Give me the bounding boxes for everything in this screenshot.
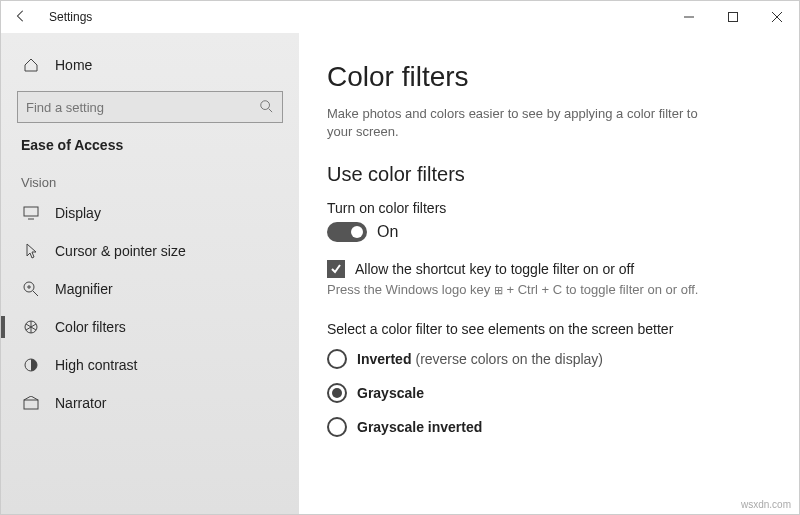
radio-icon	[327, 417, 347, 437]
home-link[interactable]: Home	[1, 49, 299, 81]
toggle-state: On	[377, 223, 398, 241]
close-button[interactable]	[755, 1, 799, 33]
section-heading: Use color filters	[327, 163, 763, 186]
radio-intro: Select a color filter to see elements on…	[327, 321, 763, 337]
settings-window: Settings Home Ease of A	[0, 0, 800, 515]
svg-rect-1	[729, 13, 738, 22]
svg-point-4	[261, 101, 270, 110]
toggle-knob-icon	[351, 226, 363, 238]
checkbox-label: Allow the shortcut key to toggle filter …	[355, 261, 634, 277]
group-heading: Vision	[1, 161, 299, 194]
svg-line-19	[31, 396, 38, 400]
search-icon	[259, 99, 273, 116]
sidebar-item-narrator[interactable]: Narrator	[1, 384, 299, 422]
display-icon	[21, 206, 41, 220]
maximize-button[interactable]	[711, 1, 755, 33]
home-icon	[21, 57, 41, 73]
radio-label-bold: Grayscale	[357, 385, 424, 401]
sidebar-item-label: Display	[55, 205, 101, 221]
content-pane: Color filters Make photos and colors eas…	[299, 33, 799, 514]
radio-inverted[interactable]: Inverted (reverse colors on the display)	[327, 349, 763, 369]
svg-line-5	[269, 109, 273, 113]
cursor-icon	[21, 243, 41, 259]
radio-icon	[327, 383, 347, 403]
sidebar-item-display[interactable]: Display	[1, 194, 299, 232]
magnifier-icon	[21, 281, 41, 297]
shortcut-checkbox[interactable]	[327, 260, 345, 278]
sidebar-item-label: Narrator	[55, 395, 106, 411]
sidebar: Home Ease of Access Vision Display Curso…	[1, 33, 299, 514]
close-icon	[772, 12, 782, 22]
maximize-icon	[728, 12, 738, 22]
narrator-icon	[21, 396, 41, 410]
back-button[interactable]	[1, 9, 41, 26]
minimize-icon	[684, 12, 694, 22]
checkmark-icon	[330, 263, 342, 275]
search-input[interactable]	[17, 91, 283, 123]
titlebar: Settings	[1, 1, 799, 33]
watermark: wsxdn.com	[741, 499, 791, 510]
svg-rect-17	[24, 400, 38, 409]
svg-rect-6	[24, 207, 38, 216]
sidebar-item-label: Cursor & pointer size	[55, 243, 186, 259]
page-description: Make photos and colors easier to see by …	[327, 105, 707, 141]
sidebar-item-color-filters[interactable]: Color filters	[1, 308, 299, 346]
sidebar-item-high-contrast[interactable]: High contrast	[1, 346, 299, 384]
sidebar-item-label: Color filters	[55, 319, 126, 335]
svg-line-9	[33, 291, 38, 296]
sidebar-item-label: High contrast	[55, 357, 137, 373]
sidebar-item-magnifier[interactable]: Magnifier	[1, 270, 299, 308]
toggle-label: Turn on color filters	[327, 200, 763, 216]
category-heading: Ease of Access	[1, 123, 299, 161]
radio-label-bold: Grayscale inverted	[357, 419, 482, 435]
radio-icon	[327, 349, 347, 369]
color-filters-icon	[21, 319, 41, 335]
radio-grayscale[interactable]: Grayscale	[327, 383, 763, 403]
radio-grayscale-inverted[interactable]: Grayscale inverted	[327, 417, 763, 437]
sidebar-item-label: Magnifier	[55, 281, 113, 297]
page-title: Color filters	[327, 61, 763, 93]
radio-label-sub: (reverse colors on the display)	[415, 351, 603, 367]
high-contrast-icon	[21, 357, 41, 373]
shortcut-hint: Press the Windows logo key ⊞ + Ctrl + C …	[327, 282, 763, 297]
minimize-button[interactable]	[667, 1, 711, 33]
sidebar-item-cursor[interactable]: Cursor & pointer size	[1, 232, 299, 270]
svg-line-18	[24, 396, 31, 400]
window-title: Settings	[49, 10, 92, 24]
radio-label-bold: Inverted	[357, 351, 411, 367]
windows-key-icon: ⊞	[494, 284, 503, 296]
home-label: Home	[55, 57, 92, 73]
arrow-left-icon	[14, 9, 28, 23]
color-filters-toggle[interactable]	[327, 222, 367, 242]
